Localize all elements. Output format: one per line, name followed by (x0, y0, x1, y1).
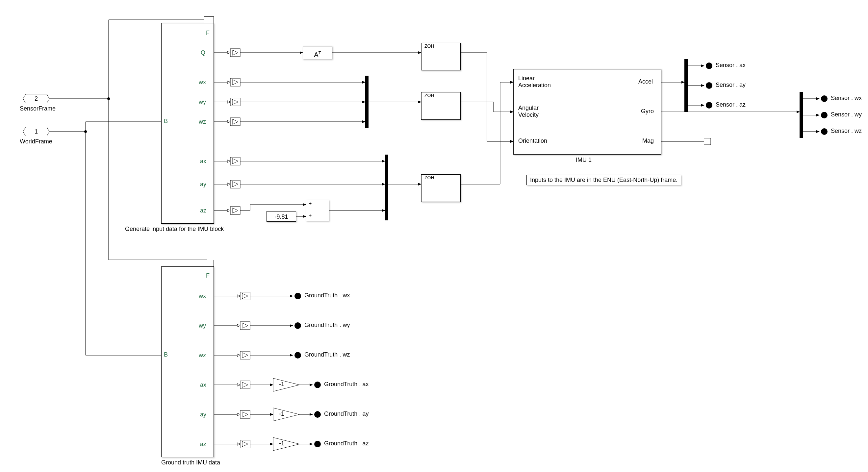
inport-sensor-frame-number: 2 (23, 94, 49, 103)
imu-out-gyro: Gyro (641, 108, 654, 115)
gt-port-b: B (164, 351, 168, 358)
annotation-enu[interactable]: Inputs to the IMU are in the ENU (East-N… (526, 175, 681, 185)
svg-marker-106 (232, 208, 238, 213)
svg-rect-93 (230, 207, 240, 215)
transform-port-ax: ax (200, 158, 206, 165)
diagram-canvas: 2 SensorFrame 1 WorldFrame F B Q wx wy w… (0, 0, 868, 472)
transform-port-wz: wz (199, 118, 206, 125)
svg-marker-103 (232, 119, 238, 124)
goto-gt-ay: GroundTruth . ay (324, 410, 369, 417)
gain-neg1-ax: -1 (279, 381, 284, 388)
svg-point-10 (294, 352, 301, 358)
zoh-linaccel-label: ZOH (425, 175, 434, 180)
transform-port-q: Q (201, 49, 205, 56)
svg-marker-85 (273, 408, 300, 421)
gt-port-ay: ay (200, 411, 206, 418)
gt-port-f: F (206, 272, 210, 279)
svg-rect-96 (240, 351, 250, 359)
svg-rect-91 (230, 157, 240, 165)
svg-point-7 (821, 128, 828, 135)
goto-sensor-ax: Sensor . ax (716, 62, 746, 69)
gt-port-wx: wx (199, 293, 206, 300)
mux-angular-velocity[interactable] (365, 76, 369, 128)
inport-world-frame-number: 1 (23, 127, 49, 136)
transform-port-wx: wx (199, 79, 206, 86)
gt-port-ax: ax (200, 382, 206, 388)
svg-point-13 (314, 441, 321, 447)
svg-marker-110 (242, 382, 248, 387)
svg-point-2 (706, 62, 712, 69)
svg-marker-104 (232, 159, 238, 164)
transpose-label: A (314, 51, 318, 58)
svg-rect-95 (240, 322, 250, 329)
goto-sensor-az: Sensor . az (716, 101, 746, 108)
gain-neg1-az: -1 (279, 440, 284, 447)
transform-sensor-top[interactable] (161, 23, 214, 224)
svg-rect-98 (240, 410, 250, 418)
transform-port-ay: ay (200, 181, 206, 188)
goto-sensor-wx: Sensor . wx (831, 95, 862, 102)
svg-marker-102 (232, 99, 238, 104)
svg-point-3 (706, 82, 712, 89)
svg-point-0 (107, 97, 110, 100)
inport-sensor-frame-label: SensorFrame (20, 105, 56, 112)
transform-sensor-bottom-f-stub (204, 260, 214, 266)
inport-sensor-frame[interactable]: 2 (23, 94, 49, 104)
svg-point-4 (706, 102, 712, 108)
svg-point-6 (821, 112, 828, 118)
svg-rect-99 (240, 440, 250, 448)
goto-gt-wy: GroundTruth . wy (304, 322, 350, 328)
svg-point-9 (294, 322, 301, 329)
goto-gt-az: GroundTruth . az (324, 440, 369, 447)
constant-gravity[interactable]: -9.81 (267, 211, 296, 222)
transpose-super: T (318, 50, 321, 55)
goto-sensor-ay: Sensor . ay (716, 82, 746, 89)
svg-point-1 (84, 130, 87, 133)
gt-port-wz: wz (199, 352, 206, 359)
imu-in-linaccel: Linear Acceleration (518, 75, 551, 89)
svg-rect-90 (230, 118, 240, 126)
zoh-orientation-label: ZOH (425, 43, 434, 49)
svg-rect-87 (230, 49, 240, 57)
svg-point-5 (821, 95, 828, 102)
svg-marker-107 (242, 293, 248, 298)
transform-sensor-top-f-stub (204, 17, 214, 23)
svg-point-12 (314, 411, 321, 418)
transform-port-f-top: F (206, 30, 210, 36)
imu-out-accel: Accel (638, 78, 653, 85)
zoh-angvel-label: ZOH (425, 93, 434, 98)
svg-rect-88 (230, 78, 240, 86)
svg-rect-89 (230, 98, 240, 106)
demux-accel[interactable] (684, 59, 688, 112)
svg-marker-101 (232, 80, 238, 85)
imu-out-mag: Mag (642, 137, 654, 145)
inport-world-frame[interactable]: 1 (23, 127, 49, 137)
svg-rect-94 (240, 292, 250, 300)
svg-point-8 (294, 293, 301, 299)
svg-rect-97 (240, 381, 250, 389)
demux-gyro[interactable] (800, 92, 803, 138)
gt-port-wy: wy (199, 322, 206, 329)
sum-plus-1: + (309, 201, 312, 207)
svg-marker-86 (273, 437, 300, 451)
transform-port-wy: wy (199, 99, 206, 105)
svg-marker-111 (242, 412, 248, 417)
goto-gt-wx: GroundTruth . wx (304, 292, 350, 299)
svg-marker-105 (232, 182, 238, 187)
gt-port-az: az (200, 441, 206, 448)
svg-marker-100 (232, 50, 238, 55)
inport-world-frame-label: WorldFrame (20, 138, 52, 145)
goto-gt-ax: GroundTruth . ax (324, 381, 369, 388)
svg-marker-112 (242, 441, 248, 447)
goto-sensor-wy: Sensor . wy (831, 111, 862, 118)
imu-title: IMU 1 (576, 157, 592, 163)
goto-sensor-wz: Sensor . wz (831, 128, 862, 134)
transpose-block[interactable]: AT (303, 46, 332, 59)
transform-sensor-bottom[interactable] (161, 266, 214, 457)
imu-in-orient: Orientation (518, 137, 547, 145)
gain-neg1-ay: -1 (279, 410, 284, 417)
goto-gt-wz: GroundTruth . wz (304, 351, 350, 358)
mux-linear-accel[interactable] (385, 155, 388, 220)
svg-marker-108 (242, 323, 248, 328)
wiring-svg (0, 0, 868, 472)
